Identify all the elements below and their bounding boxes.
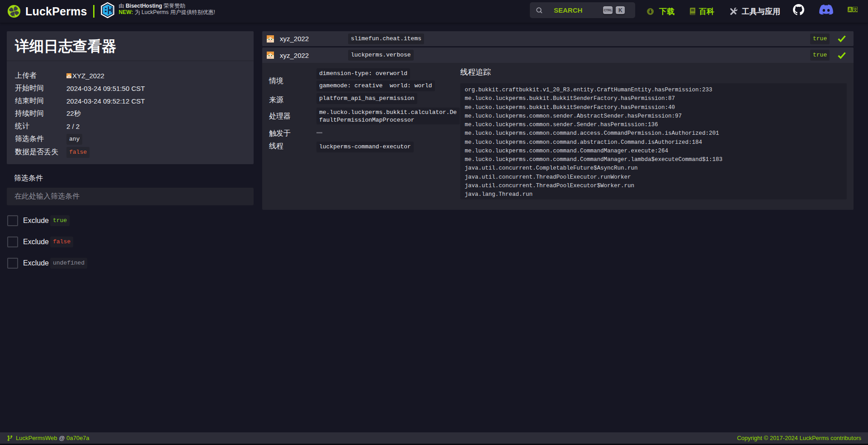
svg-text:A: A	[849, 7, 852, 12]
svg-text:文: 文	[853, 7, 858, 12]
